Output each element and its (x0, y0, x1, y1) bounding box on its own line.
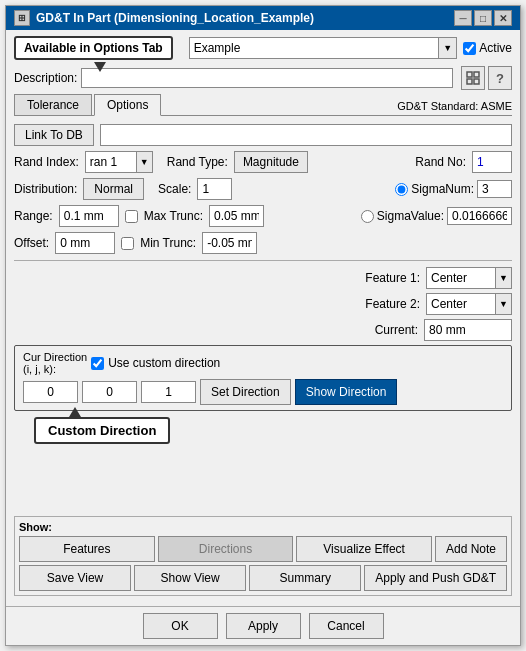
name-input[interactable] (189, 37, 440, 59)
active-checkbox[interactable] (463, 42, 476, 55)
feature2-input[interactable] (426, 293, 496, 315)
set-direction-button[interactable]: Set Direction (200, 379, 291, 405)
i-input[interactable] (23, 381, 78, 403)
link-db-row: Link To DB (14, 124, 512, 146)
feature2-row: Feature 2: ▼ (365, 293, 512, 315)
feature1-dropdown-button[interactable]: ▼ (496, 267, 512, 289)
sigma-num-input[interactable] (477, 180, 512, 198)
show-direction-button[interactable]: Show Direction (295, 379, 398, 405)
sigma-num-label: SigmaNum: (411, 182, 474, 196)
sigma-value-row: SigmaValue: (361, 207, 512, 225)
feature2-label: Feature 2: (365, 297, 420, 311)
rand-index-dropdown-button[interactable]: ▼ (136, 152, 152, 172)
scale-input[interactable] (197, 178, 232, 200)
cancel-button[interactable]: Cancel (309, 613, 384, 639)
offset-row: Offset: Min Trunc: (14, 232, 512, 254)
min-trunc-label: Min Trunc: (140, 236, 196, 250)
direction-box: Cur Direction (i, j, k): Use custom dire… (14, 345, 512, 411)
show-buttons-row2: Save View Show View Summary Apply and Pu… (19, 565, 507, 591)
active-label: Active (479, 41, 512, 55)
add-note-button[interactable]: Add Note (435, 536, 507, 562)
show-section-label: Show: (19, 521, 507, 533)
distribution-label: Distribution: (14, 182, 77, 196)
rand-index-label: Rand Index: (14, 155, 79, 169)
svg-rect-0 (467, 72, 472, 77)
rand-index-input[interactable] (86, 152, 136, 172)
apply-button[interactable]: Apply (226, 613, 301, 639)
window-title: GD&T In Part (Dimensioning_Location_Exam… (36, 11, 314, 25)
maximize-button[interactable]: □ (474, 10, 492, 26)
current-row: Current: (375, 319, 512, 341)
min-trunc-checkbox[interactable] (121, 237, 134, 250)
k-input[interactable] (141, 381, 196, 403)
help-icon[interactable]: ? (488, 66, 512, 90)
j-input[interactable] (82, 381, 137, 403)
minimize-button[interactable]: ─ (454, 10, 472, 26)
active-checkbox-row: Active (463, 41, 512, 55)
distribution-row: Distribution: Normal Scale: SigmaNum: (14, 178, 512, 200)
rand-row: Rand Index: ▼ Rand Type: Magnitude Rand … (14, 151, 512, 173)
use-custom-checkbox[interactable] (91, 357, 104, 370)
feature1-input[interactable] (426, 267, 496, 289)
max-trunc-input[interactable] (209, 205, 264, 227)
visualize-button[interactable]: Visualize Effect (296, 536, 432, 562)
gdt-standard-label: GD&T Standard: ASME (397, 100, 512, 115)
ok-button[interactable]: OK (143, 613, 218, 639)
range-row: Range: Max Trunc: SigmaValue: (14, 205, 512, 227)
sigma-num-radio[interactable] (395, 183, 408, 196)
link-db-button[interactable]: Link To DB (14, 124, 94, 146)
svg-rect-2 (467, 79, 472, 84)
rand-type-label: Rand Type: (167, 155, 228, 169)
callout-box: Available in Options Tab (14, 36, 173, 60)
window-content: Available in Options Tab ▼ Active Descri… (6, 30, 520, 606)
save-view-button[interactable]: Save View (19, 565, 131, 591)
show-section: Show: Features Directions Visualize Effe… (14, 516, 512, 596)
show-view-button[interactable]: Show View (134, 565, 246, 591)
tabs-row: Tolerance Options GD&T Standard: ASME (14, 94, 512, 116)
offset-label: Offset: (14, 236, 49, 250)
main-window: ⊞ GD&T In Part (Dimensioning_Location_Ex… (5, 5, 521, 646)
range-input[interactable] (59, 205, 119, 227)
rand-no-label: Rand No: (415, 155, 466, 169)
directions-button[interactable]: Directions (158, 536, 294, 562)
sigma-value-input[interactable] (447, 207, 512, 225)
distribution-button[interactable]: Normal (83, 178, 144, 200)
direction-inputs: Set Direction Show Direction (23, 379, 503, 405)
feature2-combo: ▼ (426, 293, 512, 315)
window-icon: ⊞ (14, 10, 30, 26)
sigma-value-label: SigmaValue: (377, 209, 444, 223)
min-trunc-input[interactable] (202, 232, 257, 254)
features-button[interactable]: Features (19, 536, 155, 562)
close-button[interactable]: ✕ (494, 10, 512, 26)
max-trunc-checkbox[interactable] (125, 210, 138, 223)
tab-options[interactable]: Options (94, 94, 161, 116)
rand-type-button[interactable]: Magnitude (234, 151, 308, 173)
sigma-num-row: SigmaNum: (395, 180, 512, 198)
current-label: Current: (375, 323, 418, 337)
summary-button[interactable]: Summary (249, 565, 361, 591)
options-tab-content: Link To DB Rand Index: ▼ Rand Type: Magn… (14, 118, 512, 516)
feature2-dropdown-button[interactable]: ▼ (496, 293, 512, 315)
custom-direction-callout: Custom Direction (34, 417, 170, 444)
name-dropdown-button[interactable]: ▼ (439, 37, 457, 59)
feature1-label: Feature 1: (365, 271, 420, 285)
title-bar: ⊞ GD&T In Part (Dimensioning_Location_Ex… (6, 6, 520, 30)
description-input[interactable] (81, 68, 453, 88)
range-label: Range: (14, 209, 53, 223)
feature1-row: Feature 1: ▼ (365, 267, 512, 289)
link-db-field[interactable] (100, 124, 512, 146)
tab-tolerance[interactable]: Tolerance (14, 94, 92, 115)
sigma-value-radio[interactable] (361, 210, 374, 223)
apply-push-button[interactable]: Apply and Push GD&T (364, 565, 507, 591)
rand-no-input[interactable] (472, 151, 512, 173)
desc-label: Description: (14, 71, 77, 85)
callout-direction-arrow (69, 407, 81, 417)
offset-input[interactable] (55, 232, 115, 254)
svg-rect-3 (474, 79, 479, 84)
ijk-label: (i, j, k): (23, 363, 87, 375)
feature1-combo: ▼ (426, 267, 512, 289)
show-buttons-row1: Features Directions Visualize Effect Add… (19, 536, 507, 562)
current-input[interactable] (424, 319, 512, 341)
svg-rect-1 (474, 72, 479, 77)
options-icon[interactable] (461, 66, 485, 90)
